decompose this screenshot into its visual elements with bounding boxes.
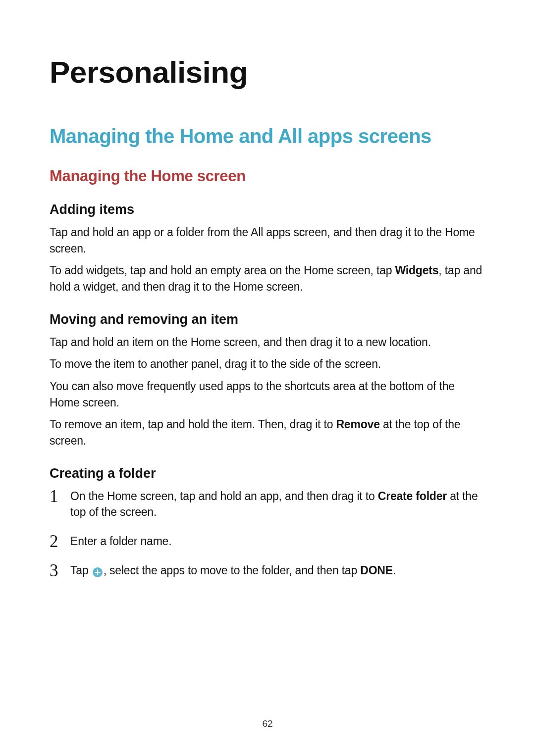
text: On the Home screen, tap and hold an app,… <box>70 490 378 503</box>
moving-p1: Tap and hold an item on the Home screen,… <box>50 334 485 351</box>
adding-items-heading: Adding items <box>50 202 485 217</box>
done-label-bold: DONE <box>360 564 393 577</box>
subsection-title: Managing the Home screen <box>50 167 485 185</box>
moving-p2: To move the item to another panel, drag … <box>50 356 485 372</box>
creating-folder-block: Creating a folder On the Home screen, ta… <box>50 466 485 579</box>
moving-removing-heading: Moving and removing an item <box>50 312 485 327</box>
page-content: Personalising Managing the Home and All … <box>0 0 535 578</box>
text: . <box>393 564 396 577</box>
adding-items-p1: Tap and hold an app or a folder from the… <box>50 224 485 256</box>
page-number: 62 <box>0 718 535 729</box>
step-3: Tap , select the apps to move to the fol… <box>50 562 485 579</box>
text: To add widgets, tap and hold an empty ar… <box>50 264 395 277</box>
chapter-title: Personalising <box>50 54 485 90</box>
moving-p3: You can also move frequently used apps t… <box>50 378 485 410</box>
widgets-label-bold: Widgets <box>395 264 439 277</box>
text: Tap <box>70 564 92 577</box>
adding-items-p2: To add widgets, tap and hold an empty ar… <box>50 262 485 295</box>
creating-folder-heading: Creating a folder <box>50 466 485 481</box>
step-2: Enter a folder name. <box>50 533 485 550</box>
remove-label-bold: Remove <box>336 418 379 431</box>
moving-p4: To remove an item, tap and hold the item… <box>50 416 485 449</box>
plus-circle-icon <box>93 567 103 577</box>
adding-items-block: Adding items Tap and hold an app or a fo… <box>50 202 485 295</box>
create-folder-label-bold: Create folder <box>378 490 447 503</box>
moving-removing-block: Moving and removing an item Tap and hold… <box>50 312 485 449</box>
step-1: On the Home screen, tap and hold an app,… <box>50 488 485 520</box>
text: , select the apps to move to the folder,… <box>104 564 361 577</box>
creating-folder-steps: On the Home screen, tap and hold an app,… <box>50 488 485 579</box>
text: To remove an item, tap and hold the item… <box>50 418 336 431</box>
section-title: Managing the Home and All apps screens <box>50 125 485 148</box>
